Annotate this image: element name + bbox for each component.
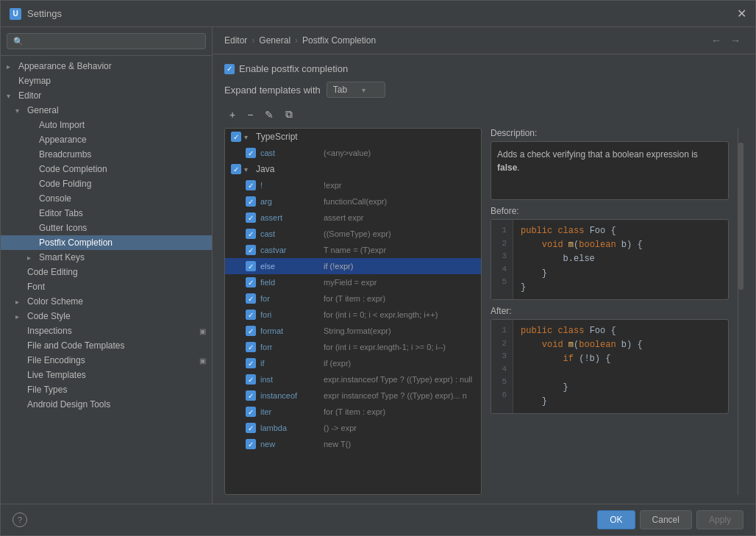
sidebar-item-editor[interactable]: Editor bbox=[1, 88, 212, 103]
item-checkbox[interactable] bbox=[246, 261, 256, 271]
sidebar-item-editor-tabs[interactable]: Editor Tabs bbox=[1, 206, 212, 221]
search-wrapper[interactable]: 🔍 bbox=[7, 33, 206, 49]
back-button[interactable]: ← bbox=[708, 33, 724, 48]
before-code-box: 12345 public class Foo { void m(boolean … bbox=[491, 219, 729, 300]
item-checkbox[interactable] bbox=[246, 212, 256, 223]
add-button[interactable]: + bbox=[224, 106, 240, 124]
template-item[interactable]: ! !expr bbox=[225, 177, 481, 193]
sidebar-item-inspections[interactable]: Inspections ▣ bbox=[1, 324, 212, 338]
sidebar-item-console[interactable]: Console bbox=[1, 191, 212, 206]
sidebar-item-color-scheme[interactable]: Color Scheme bbox=[1, 294, 212, 309]
sidebar-item-gutter-icons[interactable]: Gutter Icons bbox=[1, 221, 212, 235]
item-checkbox[interactable] bbox=[246, 326, 256, 336]
sidebar-item-code-folding[interactable]: Code Folding bbox=[1, 176, 212, 191]
item-checkbox[interactable] bbox=[246, 148, 256, 158]
item-checkbox[interactable] bbox=[246, 196, 256, 207]
apply-button[interactable]: Apply bbox=[696, 510, 743, 529]
java-checkbox[interactable] bbox=[231, 164, 241, 174]
typescript-checkbox[interactable] bbox=[231, 132, 241, 142]
template-item[interactable]: assert assert expr bbox=[225, 210, 481, 226]
item-checkbox[interactable] bbox=[246, 407, 256, 417]
template-item[interactable]: cast ((SomeType) expr) bbox=[225, 226, 481, 242]
key-hint: myField = expr bbox=[324, 278, 377, 287]
sidebar-item-smart-keys[interactable]: Smart Keys bbox=[1, 250, 212, 265]
group-java[interactable]: Java bbox=[225, 161, 481, 177]
help-button[interactable]: ? bbox=[13, 512, 27, 527]
scroll-thumb[interactable] bbox=[738, 143, 743, 290]
key-name: new bbox=[260, 440, 319, 449]
sidebar-item-label: Auto Import bbox=[39, 120, 85, 130]
ok-button[interactable]: OK bbox=[597, 510, 635, 529]
item-checkbox[interactable] bbox=[246, 277, 256, 287]
sidebar-item-general[interactable]: General bbox=[1, 103, 212, 118]
item-checkbox[interactable] bbox=[246, 245, 256, 255]
sidebar-item-postfix-completion[interactable]: Postfix Completion bbox=[1, 235, 212, 250]
template-item[interactable]: arg functionCall(expr) bbox=[225, 193, 481, 210]
sidebar-item-code-editing[interactable]: Code Editing bbox=[1, 265, 212, 279]
sidebar-item-android-design-tools[interactable]: Android Design Tools bbox=[1, 397, 212, 412]
sidebar-item-file-encodings[interactable]: File Encodings ▣ bbox=[1, 353, 212, 368]
close-button[interactable]: ✕ bbox=[737, 7, 746, 21]
key-name: else bbox=[260, 262, 319, 271]
sidebar-item-breadcrumbs[interactable]: Breadcrumbs bbox=[1, 147, 212, 162]
key-name: cast bbox=[260, 149, 319, 157]
item-checkbox[interactable] bbox=[246, 439, 256, 449]
template-item[interactable]: instanceof expr instanceof Type ? ((Type… bbox=[225, 387, 481, 404]
item-checkbox[interactable] bbox=[246, 374, 256, 385]
template-item[interactable]: forr for (int i = expr.length-1; i >= 0;… bbox=[225, 339, 481, 355]
item-checkbox[interactable] bbox=[246, 310, 256, 320]
template-item-else[interactable]: else if (!expr) bbox=[225, 258, 481, 274]
item-checkbox[interactable] bbox=[246, 229, 256, 239]
sidebar-item-appearance-behavior[interactable]: Appearance & Behavior bbox=[1, 59, 212, 74]
sidebar-item-appearance[interactable]: Appearance bbox=[1, 132, 212, 147]
enable-checkbox[interactable] bbox=[224, 64, 235, 74]
sidebar-item-label: Color Scheme bbox=[27, 296, 83, 307]
template-item[interactable]: new new T() bbox=[225, 436, 481, 452]
sidebar-item-label: Appearance & Behavior bbox=[18, 61, 112, 71]
sidebar-item-code-completion[interactable]: Code Completion bbox=[1, 162, 212, 176]
sidebar-item-font[interactable]: Font bbox=[1, 279, 212, 294]
item-checkbox[interactable] bbox=[246, 390, 256, 401]
sidebar-item-label: Code Editing bbox=[27, 267, 78, 277]
sidebar-item-keymap[interactable]: Keymap bbox=[1, 74, 212, 88]
search-input[interactable] bbox=[26, 36, 199, 46]
sidebar-item-live-templates[interactable]: Live Templates bbox=[1, 368, 212, 382]
item-checkbox[interactable] bbox=[246, 293, 256, 304]
desc-title: Description: bbox=[491, 128, 729, 138]
forward-button[interactable]: → bbox=[727, 33, 743, 48]
template-item[interactable]: inst expr.instanceof Type ? ((Type) expr… bbox=[225, 371, 481, 387]
sidebar-item-label: Console bbox=[39, 193, 71, 204]
after-code-box: 123456 public class Foo { void m(boolean… bbox=[491, 319, 729, 414]
item-checkbox[interactable] bbox=[246, 423, 256, 433]
right-scrollbar[interactable] bbox=[738, 128, 743, 495]
template-item[interactable]: lambda () -> expr bbox=[225, 420, 481, 436]
template-item[interactable]: cast (<any>value) bbox=[225, 145, 481, 161]
item-checkbox[interactable] bbox=[246, 358, 256, 368]
edit-button[interactable]: ✎ bbox=[260, 106, 279, 124]
template-item[interactable]: fori for (int i = 0; i < expr.length; i+… bbox=[225, 307, 481, 323]
template-item[interactable]: format String.format(expr) bbox=[225, 323, 481, 339]
sidebar-item-file-types[interactable]: File Types bbox=[1, 382, 212, 397]
template-item[interactable]: for for (T item : expr) bbox=[225, 290, 481, 307]
template-item[interactable]: field myField = expr bbox=[225, 274, 481, 290]
expand-dropdown[interactable]: Tab ▾ bbox=[327, 82, 385, 98]
cancel-button[interactable]: Cancel bbox=[640, 510, 692, 529]
item-checkbox[interactable] bbox=[246, 342, 256, 352]
copy-button[interactable]: ⧉ bbox=[280, 105, 298, 124]
key-name: ! bbox=[260, 181, 319, 190]
template-item[interactable]: castvar T name = (T)expr bbox=[225, 242, 481, 258]
sidebar-item-file-code-templates[interactable]: File and Code Templates bbox=[1, 338, 212, 353]
remove-button[interactable]: − bbox=[242, 106, 258, 124]
item-checkbox[interactable] bbox=[246, 180, 256, 190]
template-item[interactable]: if if (expr) bbox=[225, 355, 481, 371]
template-item[interactable]: iter for (T item : expr) bbox=[225, 404, 481, 420]
key-hint: ((SomeType) expr) bbox=[324, 229, 391, 238]
sidebar-item-code-style[interactable]: Code Style bbox=[1, 309, 212, 324]
group-typescript[interactable]: TypeScript bbox=[225, 129, 481, 145]
sidebar-item-auto-import[interactable]: Auto Import bbox=[1, 118, 212, 132]
before-title: Before: bbox=[491, 206, 729, 216]
sidebar-item-label: Keymap bbox=[18, 76, 51, 86]
expand-arrow bbox=[15, 107, 24, 115]
key-name: forr bbox=[260, 343, 319, 351]
breadcrumb-sep1: › bbox=[252, 35, 254, 46]
